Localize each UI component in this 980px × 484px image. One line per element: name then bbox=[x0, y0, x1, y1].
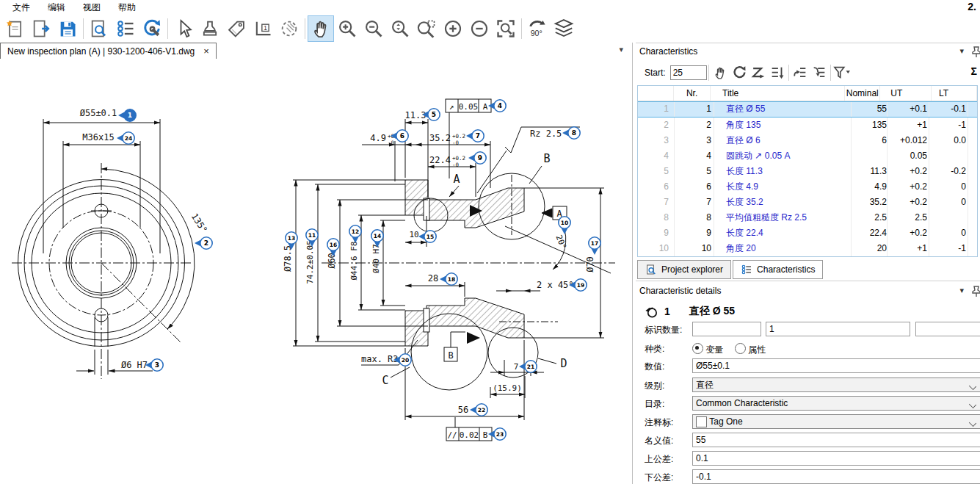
table-row[interactable]: 9 9 长度 22.4 22.4 +0.2 0 bbox=[638, 225, 977, 241]
panel-splitter[interactable] bbox=[632, 43, 633, 484]
balloon-10[interactable]: 10 bbox=[559, 217, 570, 234]
filter-button[interactable] bbox=[832, 63, 852, 82]
col-nominal[interactable]: Nominal bbox=[845, 86, 880, 101]
renumber-button[interactable] bbox=[730, 63, 749, 82]
table-row[interactable]: 4 4 圆跳动 ↗ 0.05 A 0.05 bbox=[638, 148, 977, 164]
balloon-18[interactable]: 18 bbox=[440, 273, 457, 285]
table-row[interactable]: 2 2 角度 135 135 +1 -1 bbox=[638, 118, 977, 133]
dim-135: 135° bbox=[189, 212, 209, 235]
chevron-down-icon bbox=[969, 401, 976, 408]
chevron-down-icon[interactable]: ▾ bbox=[619, 45, 623, 54]
layers-button[interactable] bbox=[551, 15, 577, 42]
balloon-8[interactable]: 8 bbox=[562, 127, 580, 139]
open-plan-button[interactable] bbox=[28, 15, 54, 42]
reorder-z-button[interactable] bbox=[749, 63, 768, 82]
chevron-down-icon[interactable]: ▾ bbox=[959, 286, 964, 295]
balloon-15[interactable]: 15 bbox=[418, 231, 436, 242]
menu-file[interactable]: 文件 bbox=[4, 0, 38, 15]
settings-refresh-button[interactable] bbox=[139, 15, 165, 42]
table-row[interactable]: 8 8 平均值粗糙度 Rz 2.5 2.5 2.5 bbox=[638, 210, 977, 225]
row-lt: -1 bbox=[929, 241, 968, 256]
value-input[interactable]: Ø55±0.1 bbox=[692, 358, 980, 373]
sum-button[interactable]: Σ bbox=[971, 65, 977, 77]
menu-edit[interactable]: 编辑 bbox=[40, 0, 73, 15]
tag-select[interactable]: Tag One bbox=[692, 414, 980, 429]
new-plan-button[interactable] bbox=[1, 15, 28, 42]
zoom-out-button[interactable] bbox=[360, 15, 387, 42]
catalog-select[interactable]: Common Characteristic bbox=[692, 396, 980, 411]
tag-button[interactable] bbox=[223, 15, 250, 42]
balloon-24[interactable]: 24 bbox=[117, 132, 134, 144]
tab-characteristics[interactable]: Characteristics bbox=[733, 260, 823, 279]
field-upper-tolerance: 上公差: 0.1 bbox=[636, 451, 980, 467]
count-input-3[interactable] bbox=[915, 322, 980, 336]
sort-list-button[interactable] bbox=[768, 63, 787, 82]
zoom-vertical-button[interactable] bbox=[387, 15, 413, 42]
balloon-22[interactable]: 22 bbox=[470, 404, 487, 416]
balloon-17[interactable]: 17 bbox=[589, 237, 600, 255]
zoom-window-button[interactable] bbox=[413, 15, 440, 42]
kind-variable-radio[interactable]: 变量 bbox=[692, 343, 723, 356]
drawing-canvas[interactable]: Ø55±0.1 M36x15 135° Ø6 H7 11.3 ↗ 0.05 A … bbox=[0, 59, 632, 484]
balloon-3[interactable]: 3 bbox=[145, 359, 163, 371]
insert-before-button[interactable] bbox=[791, 63, 810, 82]
pan-button[interactable] bbox=[308, 15, 334, 42]
table-row[interactable]: 6 6 长度 4.9 4.9 +0.2 0 bbox=[638, 179, 977, 195]
zoom-in-button[interactable] bbox=[334, 15, 360, 42]
decrease-button[interactable] bbox=[466, 15, 493, 42]
nominal-input[interactable]: 55 bbox=[692, 433, 980, 447]
level-select[interactable]: 直径 bbox=[692, 378, 980, 392]
col-title[interactable]: Title bbox=[711, 86, 845, 101]
balloon-23[interactable]: 23 bbox=[488, 428, 506, 440]
pick-tool-button[interactable] bbox=[711, 63, 730, 82]
pin-icon[interactable] bbox=[971, 286, 980, 300]
lower-tolerance-input[interactable]: -0.1 bbox=[692, 469, 980, 484]
document-tab-bar: New inspection plan (A) | 930-1200-406-V… bbox=[0, 43, 632, 59]
menu-help[interactable]: 帮助 bbox=[110, 0, 144, 15]
chevron-down-icon[interactable]: ▾ bbox=[959, 46, 964, 56]
characteristics-table: Nr. Title Nominal UT LT 1 1 直径 Ø 55 55 +… bbox=[637, 85, 978, 257]
zoom-fit-button[interactable] bbox=[493, 15, 519, 42]
balloon-12[interactable]: 12 bbox=[349, 225, 361, 243]
balloon-9[interactable]: 9 bbox=[468, 152, 486, 164]
corner-dimension-button[interactable]: 1 bbox=[250, 15, 276, 42]
field-catalog: 目录: Common Characteristic bbox=[636, 396, 980, 412]
save-button[interactable] bbox=[54, 15, 81, 42]
upper-tolerance-input[interactable]: 0.1 bbox=[692, 451, 980, 466]
table-row[interactable]: 10 10 角度 20 20 +1 -1 bbox=[638, 241, 977, 256]
balloon-7[interactable]: 7 bbox=[466, 130, 484, 142]
count-input-1[interactable] bbox=[692, 322, 761, 336]
balloon-1[interactable]: 1 bbox=[118, 109, 136, 121]
insert-after-button[interactable] bbox=[810, 63, 829, 82]
col-nr[interactable]: Nr. bbox=[674, 86, 711, 101]
table-row[interactable]: 7 7 长度 35.2 35.2 +0.2 0 bbox=[638, 195, 977, 210]
rotate-90-button[interactable]: 90° bbox=[524, 15, 551, 42]
table-row[interactable]: 3 3 直径 Ø 6 6 +0.012 0.0 bbox=[638, 133, 977, 148]
count-label: 标识数量: bbox=[645, 324, 682, 336]
horizontal-splitter[interactable] bbox=[636, 281, 980, 281]
col-ut[interactable]: UT bbox=[880, 86, 932, 101]
dim-35-2: 35.2 bbox=[429, 133, 451, 143]
select-cursor-button[interactable] bbox=[170, 15, 197, 42]
pin-icon[interactable] bbox=[971, 46, 980, 60]
stamp-button[interactable] bbox=[197, 15, 223, 42]
balloon-2[interactable]: 2 bbox=[195, 237, 212, 249]
count-input-2[interactable]: 1 bbox=[766, 322, 910, 336]
find-plan-button[interactable] bbox=[86, 15, 112, 42]
increase-button[interactable] bbox=[440, 15, 466, 42]
document-tab[interactable]: New inspection plan (A) | 930-1200-406-V… bbox=[0, 43, 217, 59]
menu-view[interactable]: 视图 bbox=[75, 0, 109, 15]
table-row[interactable]: 5 5 长度 11.3 11.3 +0.2 -0.2 bbox=[638, 164, 977, 179]
tab-project-explorer[interactable]: Project explorer bbox=[637, 260, 731, 279]
table-row[interactable]: 1 1 直径 Ø 55 55 +0.1 -0.1 bbox=[638, 101, 977, 118]
balloon-21[interactable]: 21 bbox=[519, 361, 537, 372]
hatch-region-button[interactable] bbox=[276, 15, 302, 42]
checkbox-icon[interactable] bbox=[696, 416, 707, 427]
row-title: 长度 4.9 bbox=[714, 179, 852, 195]
col-lt[interactable]: LT bbox=[932, 86, 977, 101]
start-input[interactable] bbox=[670, 65, 707, 80]
dwg-view[interactable]: Ø55±0.1 M36x15 135° Ø6 H7 11.3 ↗ 0.05 A … bbox=[0, 59, 632, 484]
kind-attribute-radio[interactable]: 属性 bbox=[735, 343, 766, 356]
characteristics-list-button[interactable] bbox=[112, 15, 139, 42]
close-icon[interactable]: × bbox=[203, 46, 209, 57]
